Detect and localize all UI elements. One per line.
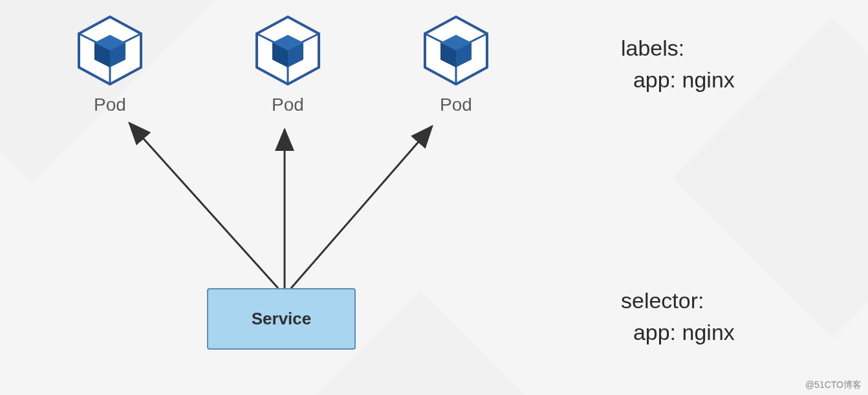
yaml-selector-line1: selector: — [621, 288, 704, 313]
cube-icon — [71, 12, 149, 89]
pod-label: Pod — [61, 95, 158, 115]
yaml-labels-line1: labels: — [621, 36, 684, 60]
yaml-selector: selector: app: nginx — [621, 285, 735, 349]
service-label: Service — [252, 309, 312, 329]
cube-icon — [417, 12, 495, 89]
yaml-labels: labels: app: nginx — [621, 32, 735, 96]
pod-2: Pod — [239, 12, 336, 115]
pod-3: Pod — [407, 12, 505, 115]
yaml-selector-line2: app: nginx — [621, 320, 735, 344]
cube-icon — [249, 12, 327, 89]
yaml-labels-line2: app: nginx — [621, 67, 735, 92]
svg-line-24 — [291, 126, 432, 288]
service-box: Service — [207, 288, 356, 350]
diagram-area: Pod Pod Pod — [0, 0, 582, 395]
svg-line-22 — [129, 123, 278, 288]
pod-label: Pod — [239, 95, 336, 115]
watermark: @51CTO博客 — [805, 379, 862, 391]
pod-1: Pod — [61, 12, 158, 115]
pod-label: Pod — [407, 95, 505, 115]
